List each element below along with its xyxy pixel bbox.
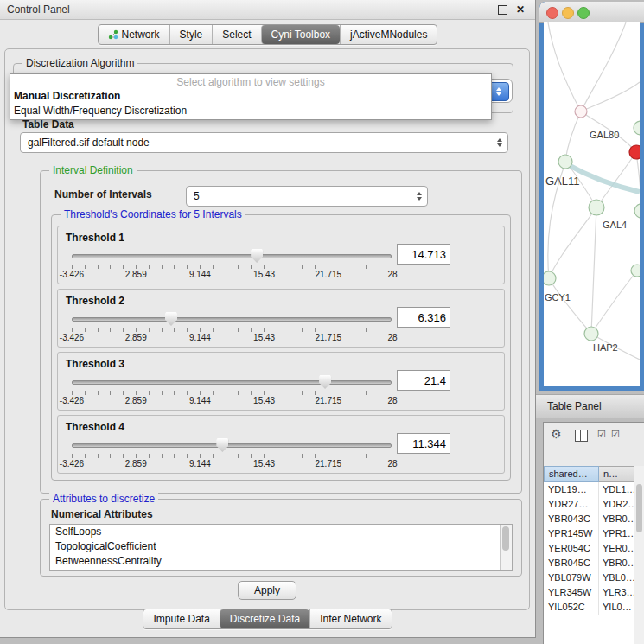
network-node[interactable] [558,155,572,169]
cell[interactable]: YIL052C [544,600,599,615]
cell[interactable]: YBR0… [599,556,634,571]
scrollbar-thumb[interactable] [502,526,509,551]
network-node-selected[interactable] [629,145,640,159]
tab-style[interactable]: Style [169,25,213,44]
threshold-slider[interactable]: -3.426 2.859 9.144 15.43 21.715 28 [72,312,392,343]
threshold-value-field[interactable] [397,244,450,265]
cell[interactable]: YBL079W [544,571,599,585]
threshold-panel-1: Threshold 1 -3.426 2.859 9.144 15.43 [57,226,505,284]
columns-icon[interactable] [575,430,588,442]
network-node[interactable] [634,121,640,135]
close-icon[interactable]: ✕ [516,3,525,16]
zoom-traffic-light-icon[interactable] [577,7,590,19]
tab-discretize-data[interactable]: Discretize Data [220,609,309,628]
network-node[interactable] [634,204,640,218]
slider-thumb[interactable] [319,375,331,389]
tab-jactivemnodules[interactable]: jActiveMNodules [340,25,437,44]
cell[interactable]: YDL19… [544,482,599,497]
network-node[interactable] [575,105,587,118]
table-scrollbar[interactable] [634,466,644,644]
list-item[interactable]: TopologicalCoefficient [50,539,512,554]
table-row[interactable]: YDL19… YDL1… [544,482,634,497]
popup-option-equal-width[interactable]: Equal Width/Frequency Discretization [10,104,491,118]
table-row[interactable]: YER054C YER0… [544,541,634,556]
cell[interactable]: YBL0… [599,571,634,585]
table-row[interactable]: YBR045C YBR0… [544,556,634,571]
cell[interactable]: YPR145W [544,526,599,541]
scale-label: 2.859 [125,459,147,469]
tab-cyni-toolbox[interactable]: Cyni Toolbox [261,25,340,44]
threshold-value-field[interactable] [397,433,450,454]
slider-scale: -3.426 2.859 9.144 15.43 21.715 28 [72,270,392,280]
table-row[interactable]: YBR043C YBR0… [544,512,634,526]
network-node[interactable] [544,271,556,285]
cell[interactable]: YDR27… [544,497,599,512]
attributes-group: Attributes to discretize Numerical Attri… [40,499,522,577]
slider-track[interactable] [72,317,392,322]
slider-track[interactable] [72,443,392,448]
column-header-shared-name[interactable]: shared… [544,466,599,482]
cell[interactable]: YER0… [599,541,634,556]
threshold-slider[interactable]: -3.426 2.859 9.144 15.43 21.715 28 [72,249,392,280]
slider-scale: -3.426 2.859 9.144 15.43 21.715 28 [72,396,392,406]
tab-impute-data[interactable]: Impute Data [143,609,219,628]
list-scrollbar[interactable] [500,525,512,570]
cell[interactable]: YLR3… [599,585,634,600]
cell[interactable]: YER054C [544,541,599,556]
slider-track[interactable] [72,380,392,385]
node-table-window: ⚙ ☑ ☑ shared… n… YDL19… YDL1… YDR27… YDR… [543,422,644,644]
list-item[interactable]: BetweennessCentrality [50,554,512,569]
slider-track[interactable] [72,254,392,258]
table-row[interactable]: YIL052C YIL0… [544,600,634,615]
network-node[interactable] [631,265,640,277]
slider-thumb[interactable] [251,249,263,263]
network-node[interactable] [589,200,604,215]
table-row[interactable]: YDR27… YDR2… [544,497,634,512]
gear-icon[interactable]: ⚙ [551,427,562,441]
tab-network[interactable]: Network [99,25,169,44]
cell[interactable]: YBR0… [599,512,634,526]
scale-label: 21.715 [316,396,342,405]
float-window-icon[interactable] [498,5,507,15]
list-item[interactable]: SelfLoops [50,525,512,539]
column-header-name[interactable]: n… [599,466,634,482]
table-panel-bar[interactable]: Table Panel [536,394,644,418]
cell[interactable]: YIL0… [599,600,634,615]
table-data-value: galFiltered.sif default node [28,133,487,152]
threshold-value-field[interactable] [397,370,450,391]
threshold-slider[interactable]: -3.426 2.859 9.144 15.43 21.715 28 [72,438,392,469]
tab-infer-network[interactable]: Infer Network [309,609,391,628]
table-rows: YDL19… YDL1… YDR27… YDR2… YBR043C YBR0… … [544,482,634,644]
network-window-titlebar [539,2,644,23]
minimize-traffic-light-icon[interactable] [562,7,574,19]
apply-button[interactable]: Apply [238,581,296,600]
table-data-combobox[interactable]: galFiltered.sif default node [20,132,508,153]
tab-label: Discretize Data [230,613,300,625]
select-none-checkbox-icon[interactable]: ☑ [611,429,620,440]
table-row[interactable]: YPR145W YPR1… [544,526,634,541]
table-row[interactable]: YLR345W YLR3… [544,585,634,600]
popup-option-manual[interactable]: Manual Discretization [10,89,491,104]
network-canvas[interactable]: GAL80 GAL11 GAL4 GCY1 HAP2 [544,22,640,386]
cell[interactable]: YBR045C [544,556,599,571]
slider-thumb[interactable] [216,438,228,452]
cell[interactable]: YDL1… [599,482,634,497]
cell[interactable]: YLR345W [544,585,599,600]
scrollbar-thumb[interactable] [636,484,642,532]
select-all-checkbox-icon[interactable]: ☑ [597,429,606,440]
scale-label: -3.426 [60,396,84,405]
network-node[interactable] [584,327,598,341]
number-of-intervals-combobox[interactable]: 5 [186,186,428,207]
close-traffic-light-icon[interactable] [546,7,558,19]
cell[interactable]: YBR043C [544,512,599,526]
slider-thumb[interactable] [165,312,177,326]
cell[interactable]: YPR1… [599,526,634,541]
cell[interactable]: YDR2… [599,497,634,512]
table-row[interactable]: YBL079W YBL0… [544,571,634,585]
scale-label: 15.43 [253,333,275,342]
tab-select[interactable]: Select [212,25,260,44]
slider-ticks [72,454,392,458]
slider-ticks [72,328,392,332]
threshold-value-field[interactable] [397,307,450,328]
threshold-slider[interactable]: -3.426 2.859 9.144 15.43 21.715 28 [72,375,392,406]
